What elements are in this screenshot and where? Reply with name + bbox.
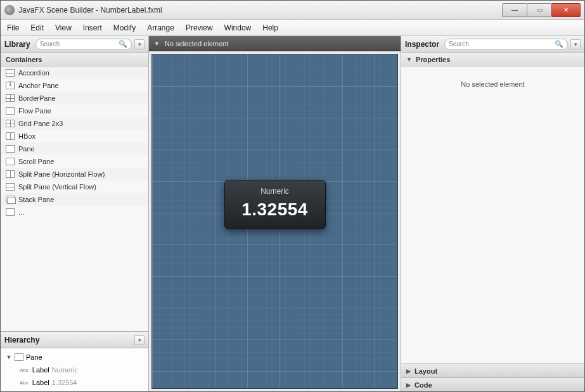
tree-item[interactable]: Abc Label 1.32554 [1,376,148,389]
container-icon [6,120,15,127]
container-icon [6,82,15,89]
hierarchy-panel: Hierarchy ▾ ▼ Pane Abc Label Numeric [1,331,148,391]
minimize-button[interactable]: — [502,3,527,17]
list-item[interactable]: Stack Pane [1,193,148,206]
inspector-menu-button[interactable]: ▾ [570,39,581,49]
container-icon [6,183,15,191]
section-label: Containers [6,56,42,63]
menu-file[interactable]: File [7,23,19,32]
container-icon [6,196,15,203]
canvas-breadcrumb[interactable]: ▼ No selected element [149,36,401,51]
container-icon [6,145,15,153]
right-panel: Inspector Search 🔍 ▾ ▼ Properties No sel… [401,36,584,391]
app-icon [4,5,15,15]
hierarchy-header: Hierarchy ▾ [1,332,148,348]
inspector-body: No selected element ▶ Layout ▶ Code [401,66,584,391]
widget-title: Numeric [225,187,325,196]
widget-value: 1.32554 [225,199,325,220]
inspector-search[interactable]: Search 🔍 [444,39,568,50]
close-button[interactable]: ✕ [551,3,581,17]
list-item[interactable]: Split Pane (Horizontal Flow) [1,168,148,180]
library-menu-button[interactable]: ▾ [134,39,145,49]
menu-edit[interactable]: Edit [30,23,44,32]
menu-arrange[interactable]: Arrange [147,23,174,32]
inspector-title: Inspector [405,40,439,49]
menu-view[interactable]: View [55,23,72,32]
menu-modify[interactable]: Modify [113,23,136,32]
container-icon [6,158,15,165]
list-item[interactable]: BorderPane [1,92,148,104]
maximize-button[interactable]: ▭ [527,3,552,17]
library-title: Library [4,40,30,49]
titlebar[interactable]: JavaFX Scene Builder - NumberLabel.fxml … [1,1,584,20]
library-list[interactable]: Accordion Anchor Pane BorderPane Flow Pa… [1,66,148,331]
search-icon: 🔍 [119,40,127,48]
window-controls: — ▭ ✕ [503,3,581,17]
hierarchy-menu-button[interactable]: ▾ [134,335,145,345]
library-header: Library Search 🔍 ▾ [1,36,148,53]
inspector-empty-message: No selected element [401,66,584,102]
search-placeholder: Search [40,41,60,47]
chevron-down-icon: ▼ [406,56,412,63]
list-item[interactable]: ... [1,206,148,218]
list-item[interactable]: Scroll Pane [1,155,148,168]
design-canvas[interactable]: Numeric 1.32554 [151,54,398,389]
search-placeholder: Search [449,41,469,47]
center-panel: ▼ No selected element Numeric 1.32554 [149,36,401,391]
label-type-icon: Abc [20,380,29,386]
hierarchy-title: Hierarchy [4,336,39,345]
left-panel: Library Search 🔍 ▾ Containers Accordion … [1,36,149,391]
label-type-icon: Abc [20,367,29,373]
list-item[interactable]: Accordion [1,66,148,79]
library-search[interactable]: Search 🔍 [35,39,132,50]
inspector-layout-section[interactable]: ▶ Layout [401,364,584,377]
menubar: File Edit View Insert Modify Arrange Pre… [1,20,584,36]
list-item[interactable]: Flow Pane [1,104,148,117]
chevron-down-icon[interactable]: ▼ [154,41,160,47]
tree-item[interactable]: Abc Label Numeric [1,364,148,376]
inspector-code-section[interactable]: ▶ Code [401,377,584,391]
numeric-widget[interactable]: Numeric 1.32554 [224,180,326,229]
list-item[interactable]: Pane [1,142,148,155]
container-icon [6,69,15,77]
library-section-containers[interactable]: Containers [1,53,148,66]
container-icon [6,170,15,178]
container-icon [6,208,15,216]
container-icon [6,94,15,102]
tree-root[interactable]: ▼ Pane [1,351,148,364]
selection-status: No selected element [165,40,228,47]
window-title: JavaFX Scene Builder - NumberLabel.fxml [18,6,503,15]
list-item[interactable]: Split Pane (Vertical Flow) [1,180,148,193]
disclosure-triangle-icon[interactable]: ▼ [6,354,12,360]
list-item[interactable]: Anchor Pane [1,79,148,92]
app-window: JavaFX Scene Builder - NumberLabel.fxml … [0,0,585,392]
inspector-properties-section[interactable]: ▼ Properties [401,53,584,66]
list-item[interactable]: Grid Pane 2x3 [1,117,148,130]
menu-help[interactable]: Help [262,23,278,32]
container-icon [6,132,15,140]
hierarchy-tree[interactable]: ▼ Pane Abc Label Numeric Abc Label 1.325… [1,348,148,391]
menu-window[interactable]: Window [224,23,252,32]
menu-preview[interactable]: Preview [186,23,213,32]
chevron-right-icon: ▶ [406,382,411,388]
pane-icon [15,353,23,361]
list-item[interactable]: HBox [1,130,148,142]
container-icon [6,107,15,115]
content-area: Library Search 🔍 ▾ Containers Accordion … [1,36,584,391]
inspector-header: Inspector Search 🔍 ▾ [401,36,584,53]
menu-insert[interactable]: Insert [83,23,102,32]
chevron-right-icon: ▶ [406,368,411,374]
search-icon: 🔍 [555,40,563,48]
